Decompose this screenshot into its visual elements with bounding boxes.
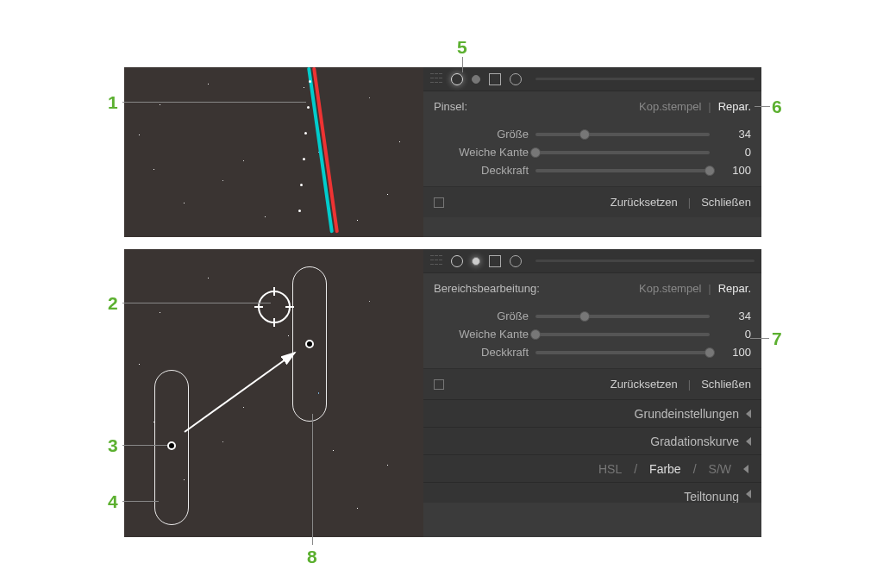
size-value: 34 bbox=[717, 310, 751, 322]
split-toning-label: Teiltonung bbox=[684, 490, 739, 503]
size-slider[interactable] bbox=[535, 133, 710, 136]
feather-slider[interactable] bbox=[535, 151, 710, 154]
crop-tool-icon[interactable] bbox=[430, 73, 442, 85]
tool-overlay-checkbox[interactable] bbox=[434, 197, 444, 208]
opacity-slider[interactable] bbox=[535, 351, 710, 354]
heal-mode-option[interactable]: Repar. bbox=[718, 282, 751, 295]
spot-removal-tool-icon-active[interactable] bbox=[472, 257, 480, 266]
basic-panel-label: Grundeinstellungen bbox=[635, 407, 739, 421]
red-eye-tool-icon[interactable] bbox=[472, 75, 480, 84]
close-button[interactable]: Schließen bbox=[701, 378, 751, 391]
feather-slider-row: Weiche Kante 0 bbox=[423, 325, 761, 343]
collapse-triangle-icon bbox=[743, 465, 748, 473]
clone-mode-option[interactable]: Kop.stempel bbox=[639, 282, 701, 295]
radial-filter-icon[interactable] bbox=[510, 73, 522, 85]
mode-separator: | bbox=[708, 100, 711, 113]
callout-3: 3 bbox=[108, 435, 118, 456]
opacity-value: 100 bbox=[717, 164, 751, 177]
size-label: Größe bbox=[434, 310, 529, 322]
callout-4: 4 bbox=[108, 491, 118, 512]
tool-strip-scrubber[interactable] bbox=[535, 78, 755, 80]
callout-6: 6 bbox=[772, 97, 782, 117]
spot-removal-tool-icon[interactable] bbox=[451, 73, 463, 85]
callout-1: 1 bbox=[108, 92, 118, 113]
color-tab[interactable]: Farbe bbox=[649, 462, 681, 476]
opacity-label: Deckkraft bbox=[434, 164, 529, 177]
collapse-triangle-icon bbox=[746, 437, 751, 446]
close-button[interactable]: Schließen bbox=[701, 196, 751, 209]
trail-destination-line bbox=[307, 67, 334, 234]
spot-edit-mode-label: Bereichsbearbeitung: bbox=[434, 282, 540, 295]
tool-strip-scrubber[interactable] bbox=[535, 260, 755, 262]
opacity-slider-row: Deckkraft 100 bbox=[423, 343, 761, 361]
image-preview-bottom[interactable] bbox=[124, 249, 423, 537]
size-slider-row: Größe 34 bbox=[423, 125, 761, 143]
opacity-slider[interactable] bbox=[535, 169, 710, 172]
opacity-value: 100 bbox=[717, 346, 751, 359]
heal-mode-option[interactable]: Repar. bbox=[718, 100, 751, 113]
clone-mode-option[interactable]: Kop.stempel bbox=[639, 100, 701, 113]
feather-value: 0 bbox=[717, 146, 751, 159]
bw-tab[interactable]: S/W bbox=[709, 462, 731, 476]
reset-button[interactable]: Zurücksetzen bbox=[611, 196, 678, 209]
feather-label: Weiche Kante bbox=[434, 146, 529, 159]
source-to-dest-arrow bbox=[124, 249, 423, 537]
spot-removal-panel-bottom: Bereichsbearbeitung: Kop.stempel | Repar… bbox=[423, 249, 761, 537]
tool-overlay-checkbox[interactable] bbox=[434, 379, 444, 390]
opacity-label: Deckkraft bbox=[434, 346, 529, 359]
callout-2: 2 bbox=[108, 293, 118, 314]
graduated-filter-icon[interactable] bbox=[489, 73, 501, 85]
opacity-slider-row: Deckkraft 100 bbox=[423, 161, 761, 179]
feather-slider-row: Weiche Kante 0 bbox=[423, 143, 761, 161]
basic-panel-header[interactable]: Grundeinstellungen bbox=[423, 399, 761, 427]
tone-curve-label: Gradationskurve bbox=[650, 435, 739, 448]
feather-value: 0 bbox=[717, 328, 751, 341]
collapse-triangle-icon bbox=[746, 490, 751, 498]
hsl-panel-header[interactable]: HSL / Farbe / S/W bbox=[423, 454, 761, 482]
callout-7: 7 bbox=[772, 328, 782, 349]
feather-label: Weiche Kante bbox=[434, 328, 529, 341]
svg-line-0 bbox=[185, 353, 295, 432]
size-slider[interactable] bbox=[535, 315, 710, 318]
crop-tool-icon[interactable] bbox=[430, 255, 442, 267]
feather-slider[interactable] bbox=[535, 333, 710, 336]
reset-button[interactable]: Zurücksetzen bbox=[611, 378, 678, 391]
tool-strip bbox=[423, 67, 761, 91]
graduated-filter-icon[interactable] bbox=[489, 255, 501, 267]
callout-8: 8 bbox=[307, 547, 317, 567]
trail-source-line bbox=[312, 67, 339, 234]
size-slider-row: Größe 34 bbox=[423, 307, 761, 325]
hsl-tab[interactable]: HSL bbox=[598, 462, 622, 476]
spot-removal-panel-top: Pinsel: Kop.stempel | Repar. Größe 34 We… bbox=[423, 67, 761, 237]
brush-mode-label: Pinsel: bbox=[434, 100, 467, 113]
split-toning-panel-header[interactable]: Teiltonung bbox=[423, 482, 761, 503]
tool-strip bbox=[423, 249, 761, 273]
tone-curve-panel-header[interactable]: Gradationskurve bbox=[423, 427, 761, 454]
image-preview-top[interactable] bbox=[124, 67, 423, 237]
size-value: 34 bbox=[717, 128, 751, 141]
radial-filter-icon[interactable] bbox=[510, 255, 522, 267]
collapse-triangle-icon bbox=[746, 410, 751, 418]
callout-5: 5 bbox=[457, 37, 467, 58]
size-label: Größe bbox=[434, 128, 529, 141]
spot-removal-tool-icon-outline[interactable] bbox=[451, 255, 463, 267]
